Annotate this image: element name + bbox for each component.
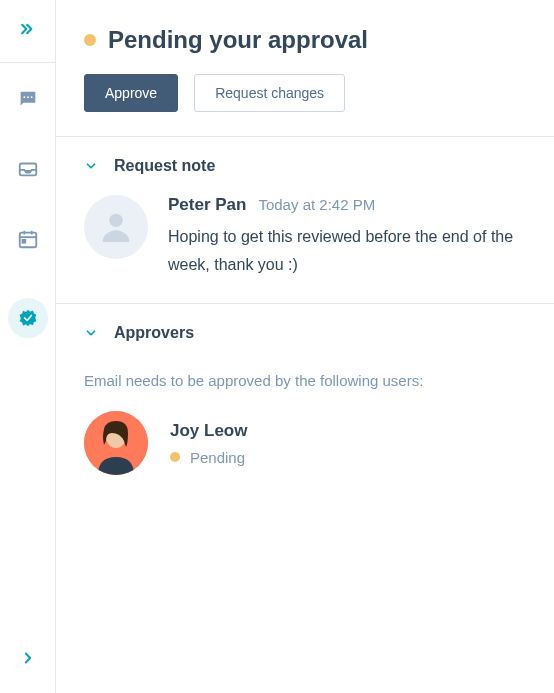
author-avatar [84, 195, 148, 259]
approvers-toggle[interactable]: Approvers [84, 324, 530, 342]
note-content: Peter Pan Today at 2:42 PM Hoping to get… [168, 195, 530, 279]
status-dot-icon [170, 452, 180, 462]
page-title: Pending your approval [108, 26, 368, 54]
sidebar [0, 0, 56, 693]
approver-info: Joy Leow Pending [170, 421, 247, 466]
action-buttons: Approve Request changes [84, 74, 530, 112]
note-body: Peter Pan Today at 2:42 PM Hoping to get… [84, 195, 530, 279]
inbox-icon[interactable] [17, 158, 39, 180]
request-note-section: Request note Peter Pan Today at 2:42 PM … [56, 137, 554, 304]
approver-name: Joy Leow [170, 421, 247, 441]
note-header: Peter Pan Today at 2:42 PM [168, 195, 530, 215]
approver-avatar [84, 411, 148, 475]
svg-point-2 [30, 96, 32, 98]
svg-point-1 [27, 96, 29, 98]
chat-icon[interactable] [17, 88, 39, 110]
approver-status-text: Pending [190, 449, 245, 466]
calendar-icon[interactable] [17, 228, 39, 250]
approver-status: Pending [170, 449, 247, 466]
approve-button[interactable]: Approve [84, 74, 178, 112]
chevron-down-icon [84, 159, 98, 173]
svg-point-9 [109, 214, 122, 227]
note-author: Peter Pan [168, 195, 246, 215]
svg-point-0 [23, 96, 25, 98]
request-note-toggle[interactable]: Request note [84, 157, 530, 175]
status-dot-icon [84, 34, 96, 46]
approvers-title: Approvers [114, 324, 194, 342]
approvers-section: Approvers Email needs to be approved by … [56, 304, 554, 499]
request-note-title: Request note [114, 157, 215, 175]
expand-icon[interactable] [17, 647, 39, 669]
title-row: Pending your approval [84, 26, 530, 54]
main-panel: Pending your approval Approve Request ch… [56, 0, 554, 693]
chevron-down-icon [84, 326, 98, 340]
approval-icon[interactable] [8, 298, 48, 338]
header-section: Pending your approval Approve Request ch… [56, 0, 554, 137]
approver-row: Joy Leow Pending [84, 411, 530, 475]
note-message: Hoping to get this reviewed before the e… [168, 223, 530, 279]
approvers-description: Email needs to be approved by the follow… [84, 372, 530, 389]
note-timestamp: Today at 2:42 PM [258, 196, 375, 213]
collapse-icon[interactable] [17, 18, 39, 40]
request-changes-button[interactable]: Request changes [194, 74, 345, 112]
svg-rect-8 [22, 240, 25, 243]
